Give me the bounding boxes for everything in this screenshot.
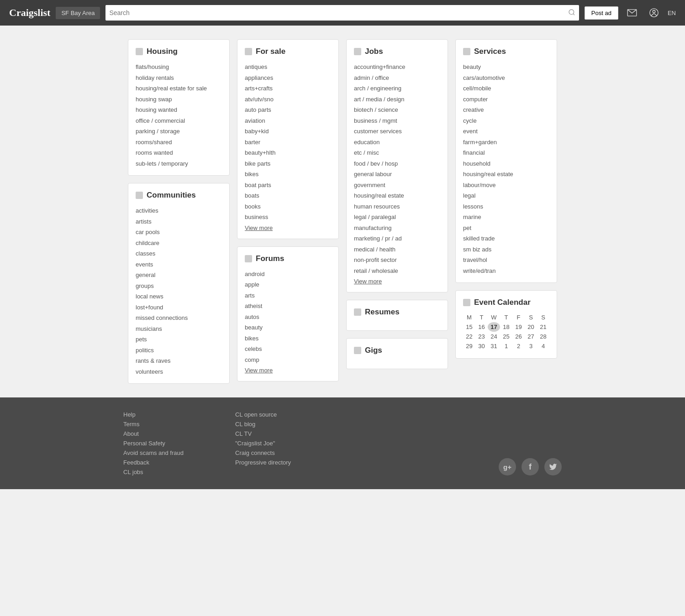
section-link[interactable]: computer	[463, 96, 488, 103]
calendar-day[interactable]: 25	[500, 332, 512, 341]
section-link[interactable]: housing/real estate	[354, 192, 404, 199]
section-link[interactable]: housing/real estate for sale	[136, 85, 207, 92]
calendar-day[interactable]: 3	[525, 341, 537, 351]
section-link[interactable]: boats	[245, 192, 259, 199]
section-link[interactable]: household	[463, 160, 490, 167]
section-link[interactable]: childcare	[136, 240, 159, 246]
section-link[interactable]: farm+garden	[463, 139, 497, 146]
section-link[interactable]: write/ed/tran	[463, 267, 496, 274]
section-link[interactable]: general labour	[354, 171, 392, 177]
section-link[interactable]: aviation	[245, 117, 265, 124]
calendar-day[interactable]: 2	[512, 341, 525, 351]
section-link[interactable]: beauty	[245, 324, 263, 331]
section-link[interactable]: celebs	[245, 345, 262, 352]
section-link[interactable]: office / commercial	[136, 117, 185, 124]
section-link[interactable]: rants & raves	[136, 357, 171, 364]
section-link[interactable]: car pools	[136, 229, 160, 235]
section-link[interactable]: activities	[136, 207, 158, 214]
section-link[interactable]: pet	[463, 224, 471, 231]
calendar-day[interactable]: 4	[537, 341, 549, 351]
section-link[interactable]: rooms wanted	[136, 149, 173, 156]
calendar-day[interactable]: 19	[512, 322, 525, 332]
section-link[interactable]: beauty	[463, 63, 481, 70]
calendar-day[interactable]: 31	[488, 341, 500, 351]
section-link[interactable]: cell/mobile	[463, 85, 491, 92]
section-link[interactable]: non-profit sector	[354, 256, 397, 263]
footer-link[interactable]: Craig connects	[235, 449, 338, 456]
section-link[interactable]: housing wanted	[136, 106, 177, 113]
section-link[interactable]: sm biz ads	[463, 246, 491, 253]
section-link[interactable]: housing/real estate	[463, 171, 513, 177]
section-link[interactable]: comp	[245, 356, 259, 363]
section-link[interactable]: cars/automotive	[463, 74, 505, 81]
calendar-day[interactable]: 24	[488, 332, 500, 341]
section-link[interactable]: marketing / pr / ad	[354, 235, 402, 242]
forsale-view-more[interactable]: View more	[245, 224, 273, 231]
section-link[interactable]: manufacturing	[354, 224, 391, 231]
section-link[interactable]: skilled trade	[463, 235, 495, 242]
mail-icon[interactable]	[624, 5, 640, 21]
section-link[interactable]: cycle	[463, 117, 477, 124]
section-link[interactable]: customer services	[354, 128, 402, 135]
section-link[interactable]: barter	[245, 139, 260, 146]
section-link[interactable]: bikes	[245, 171, 258, 177]
footer-link[interactable]: Terms	[123, 421, 226, 428]
section-link[interactable]: legal / paralegal	[354, 214, 396, 220]
section-link[interactable]: events	[136, 261, 153, 268]
twitter-icon[interactable]	[544, 458, 562, 475]
calendar-day[interactable]: 23	[475, 332, 488, 341]
section-link[interactable]: musicians	[136, 325, 162, 332]
footer-link[interactable]: Avoid scams and fraud	[123, 449, 226, 456]
section-link[interactable]: bike parts	[245, 160, 270, 167]
location-button[interactable]: SF Bay Area	[56, 7, 100, 19]
calendar-day[interactable]: 29	[463, 341, 475, 351]
section-link[interactable]: parking / storage	[136, 128, 180, 135]
section-link[interactable]: human resources	[354, 203, 400, 210]
jobs-view-more[interactable]: View more	[354, 278, 382, 285]
section-link[interactable]: medical / health	[354, 246, 395, 253]
footer-link[interactable]: CL jobs	[123, 469, 226, 475]
calendar-day[interactable]: 20	[525, 322, 537, 332]
calendar-day[interactable]: 16	[475, 322, 488, 332]
section-link[interactable]: business / mgmt	[354, 117, 397, 124]
google-plus-icon[interactable]: g+	[499, 458, 516, 475]
section-link[interactable]: pets	[136, 336, 147, 343]
post-ad-button[interactable]: Post ad	[585, 6, 618, 20]
section-link[interactable]: rooms/shared	[136, 139, 172, 146]
section-link[interactable]: accounting+finance	[354, 63, 405, 70]
calendar-day[interactable]: 18	[500, 322, 512, 332]
section-link[interactable]: etc / misc	[354, 149, 379, 156]
section-link[interactable]: flats/housing	[136, 63, 169, 70]
section-link[interactable]: autos	[245, 313, 259, 320]
section-link[interactable]: politics	[136, 347, 154, 354]
section-link[interactable]: education	[354, 139, 379, 146]
section-link[interactable]: android	[245, 271, 264, 277]
calendar-day[interactable]: 28	[537, 332, 549, 341]
section-link[interactable]: creative	[463, 106, 484, 113]
section-link[interactable]: government	[354, 182, 385, 188]
logo[interactable]: Craigslist	[9, 7, 50, 19]
section-link[interactable]: housing swap	[136, 96, 172, 103]
section-link[interactable]: bikes	[245, 335, 258, 342]
section-link[interactable]: arts	[245, 292, 255, 299]
section-link[interactable]: boat parts	[245, 182, 271, 188]
section-link[interactable]: art / media / design	[354, 96, 405, 103]
section-link[interactable]: event	[463, 128, 478, 135]
calendar-day[interactable]: 22	[463, 332, 475, 341]
section-link[interactable]: lessons	[463, 203, 483, 210]
section-link[interactable]: arch / engineering	[354, 85, 401, 92]
calendar-day[interactable]: 27	[525, 332, 537, 341]
section-link[interactable]: lost+found	[136, 304, 163, 311]
footer-link[interactable]: CL TV	[235, 430, 338, 437]
section-link[interactable]: retail / wholesale	[354, 267, 398, 274]
section-link[interactable]: labour/move	[463, 182, 496, 188]
footer-link[interactable]: CL open source	[235, 411, 338, 418]
footer-link[interactable]: Personal Safety	[123, 440, 226, 447]
section-link[interactable]: marine	[463, 214, 481, 220]
calendar-day[interactable]: 26	[512, 332, 525, 341]
section-link[interactable]: financial	[463, 149, 485, 156]
section-link[interactable]: auto parts	[245, 106, 271, 113]
facebook-icon[interactable]: f	[522, 458, 539, 475]
footer-link[interactable]: Feedback	[123, 459, 226, 466]
section-link[interactable]: baby+kid	[245, 128, 269, 135]
